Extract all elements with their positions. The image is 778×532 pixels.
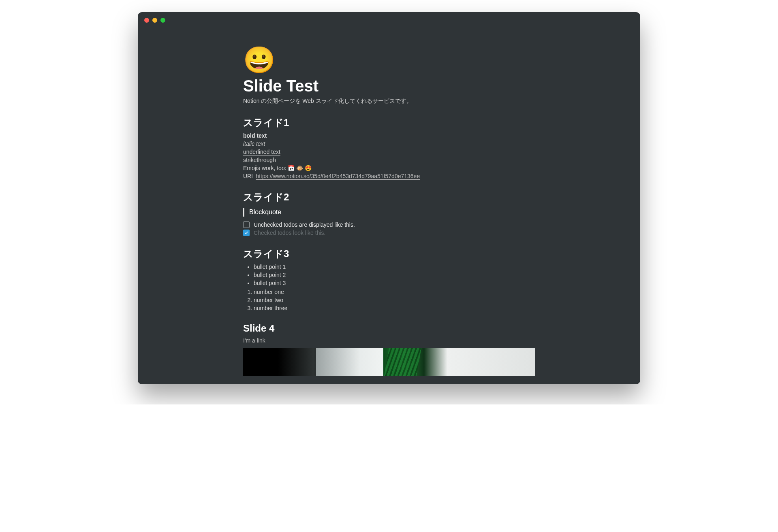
url-link[interactable]: https://www.notion.so/35d/0e4f2b453d734d… <box>256 173 420 179</box>
text-italic: italic text <box>243 140 535 147</box>
window-titlebar <box>138 12 640 27</box>
page-icon[interactable]: 😀 <box>243 47 535 73</box>
numbered-list: number one number two number three <box>243 289 535 311</box>
todo-unchecked-label: Unchecked todos are displayed like this. <box>254 221 355 228</box>
bullet-list: bullet point 1 bullet point 2 bullet poi… <box>243 264 535 286</box>
list-item: number two <box>254 297 535 303</box>
todo-unchecked: Unchecked todos are displayed like this. <box>243 221 535 228</box>
heading-slide4: Slide 4 <box>243 323 535 334</box>
list-item: bullet point 2 <box>254 272 535 278</box>
todo-checked: Checked todos look like this. <box>243 230 535 236</box>
slide4-link[interactable]: I'm a link <box>243 337 265 344</box>
window-minimize-icon[interactable] <box>152 18 157 23</box>
heading-slide3: スライド3 <box>243 247 535 260</box>
blockquote: Blockquote <box>243 208 535 217</box>
text-emoji-line: Emojis work, too: 📅 🐵 😍 <box>243 165 535 171</box>
todo-checked-label: Checked todos look like this. <box>254 230 325 236</box>
image-plant <box>243 348 535 376</box>
text-strikethrough: strikethrough <box>243 157 535 163</box>
heading-slide1: スライド1 <box>243 116 535 129</box>
app-window: 😀 Slide Test Notion の公開ページを Web スライド化してく… <box>138 12 640 384</box>
checkbox-unchecked-icon[interactable] <box>243 221 250 228</box>
text-url-line: URL https://www.notion.so/35d/0e4f2b453d… <box>243 173 535 179</box>
text-bold: bold text <box>243 132 535 139</box>
list-item: number one <box>254 289 535 295</box>
list-item: number three <box>254 305 535 311</box>
list-item: bullet point 1 <box>254 264 535 270</box>
heading-slide2: スライド2 <box>243 191 535 204</box>
page-content: 😀 Slide Test Notion の公開ページを Web スライド化してく… <box>243 47 535 384</box>
page-title: Slide Test <box>243 77 535 95</box>
window-close-icon[interactable] <box>144 18 149 23</box>
window-zoom-icon[interactable] <box>160 18 165 23</box>
url-label: URL <box>243 173 256 179</box>
list-item: bullet point 3 <box>254 280 535 286</box>
text-underline: underlined text <box>243 149 535 155</box>
page-description: Notion の公開ページを Web スライド化してくれるサービスです。 <box>243 98 535 105</box>
checkbox-checked-icon[interactable] <box>243 230 250 236</box>
text-link-line: I'm a link <box>243 337 535 344</box>
